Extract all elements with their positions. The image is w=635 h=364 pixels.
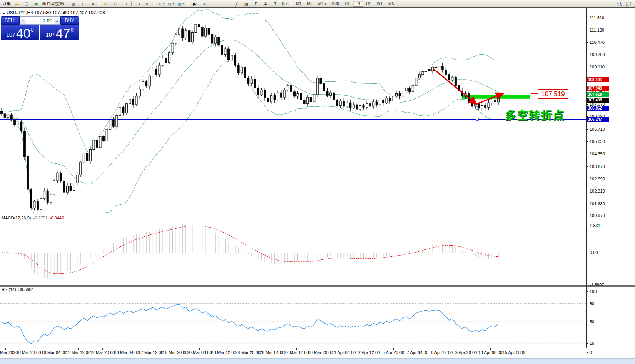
x-axis-label: 9 Apr 20:00 — [455, 350, 477, 355]
y-axis-tick-mark — [587, 204, 588, 204]
x-axis-label: 30 Mar 20:00 — [308, 350, 333, 355]
y-axis-tick-mark — [587, 191, 588, 191]
chart-symbol-title: ▲USDJPY-,H4 107.580 107.590 107.407 107.… — [2, 10, 105, 15]
x-axis-tick-mark — [30, 348, 30, 350]
x-axis-label: 26 Mar 04:00 — [260, 350, 285, 355]
rsi-tick-mark — [587, 322, 588, 322]
x-axis-label: 7 Apr 04:00 — [407, 350, 428, 355]
price-badge: 106.247 — [587, 117, 609, 122]
x-axis-tick-mark — [5, 348, 6, 350]
x-axis-label: 20 Mar 04:00 — [187, 350, 212, 355]
sell-price-big: 40 — [16, 27, 31, 39]
volume-input[interactable] — [26, 16, 54, 25]
x-axis-tick-mark — [515, 348, 515, 350]
x-axis-tick-mark — [418, 348, 418, 350]
x-axis-label: 10 Mar 04:00 — [42, 350, 67, 355]
buy-price-small: 107 — [46, 32, 55, 38]
y-axis-tick-mark — [587, 30, 588, 30]
buy-price-button[interactable]: 107470 — [40, 25, 79, 40]
volume-down-button[interactable]: ▼ — [20, 16, 26, 25]
chart-canvas[interactable] — [0, 0, 635, 364]
sell-button[interactable]: SELL — [1, 16, 20, 25]
rsi-axis-label: 100 — [590, 289, 597, 294]
x-axis-tick-mark — [272, 348, 272, 350]
rsi-label: RSI(14)39.5684 — [2, 287, 34, 292]
price-badge: 107.949 — [587, 86, 609, 91]
y-axis-tick: 103.670 — [590, 164, 605, 169]
x-axis-tick-mark — [127, 348, 127, 350]
x-axis-tick-mark — [442, 348, 442, 350]
candles — [1, 23, 500, 213]
y-axis-tick: 110.470 — [590, 40, 605, 45]
x-axis-tick-mark — [199, 348, 200, 350]
buy-price-big: 47 — [56, 27, 70, 39]
x-axis-tick-mark — [393, 348, 394, 350]
x-axis-label: 23 Mar 12:00 — [211, 350, 236, 355]
rsi-axis-label: 0 — [590, 350, 592, 355]
y-axis-tick-mark — [587, 104, 588, 105]
y-axis-tick: 100.970 — [590, 213, 605, 218]
rsi-tick-mark — [587, 304, 588, 304]
y-axis-tick-mark — [587, 55, 588, 55]
volume-up-button[interactable]: ▲ — [54, 16, 60, 25]
x-axis-tick-mark — [466, 348, 466, 350]
sell-price-button[interactable]: 107408 — [1, 25, 39, 40]
support-price-tag[interactable]: 107.519 — [538, 89, 568, 99]
x-axis-label: 27 Mar 12:00 — [284, 350, 309, 355]
toolbar-divider — [0, 8, 635, 8]
x-axis-label: 17 Mar 12:00 — [139, 350, 164, 355]
macd-signal-line — [2, 226, 498, 274]
x-axis-tick-mark — [321, 348, 321, 350]
x-axis-label: 14 Apr 00:00 — [478, 350, 502, 355]
macd-histogram — [2, 224, 498, 279]
y-axis-tick-mark — [587, 42, 588, 43]
rsi-tick-mark — [587, 291, 588, 292]
y-axis-tick-mark — [587, 216, 588, 216]
y-axis-tick: 104.350 — [590, 151, 605, 156]
x-axis-label: 24 Mar 20:00 — [236, 350, 261, 355]
status-strip — [0, 358, 635, 364]
x-axis-tick-mark — [369, 348, 369, 350]
rsi-axis-label: 50 — [590, 319, 594, 324]
macd-axis-label: -1.5997 — [590, 283, 604, 287]
y-axis-tick: 101.630 — [590, 201, 605, 206]
x-axis-label: 8 Apr 12:00 — [431, 350, 453, 355]
price-tag-connector — [531, 93, 538, 94]
price-badge: 108.401 — [587, 77, 609, 82]
buy-button[interactable]: BUY — [60, 16, 79, 25]
x-axis-label: 11 Mar 12:00 — [66, 350, 90, 355]
rsi-splitter-2 — [0, 286, 635, 287]
x-axis-label: 1 Apr 04:00 — [334, 350, 356, 355]
y-axis-tick-mark — [587, 18, 588, 18]
macd-axis-label: 0.00 — [590, 250, 598, 255]
y-axis-tick-mark — [587, 129, 588, 130]
rsi-tick-mark — [587, 343, 588, 344]
y-axis-tick-mark — [587, 179, 588, 179]
y-axis-tick-mark — [587, 67, 588, 67]
y-axis-tick-mark — [587, 141, 588, 142]
y-axis-tick: 109.110 — [590, 65, 605, 69]
y-axis-tick-mark — [587, 166, 588, 167]
x-axis-tick-mark — [490, 348, 491, 350]
x-axis-tick-mark — [102, 348, 103, 350]
rsi-splitter[interactable] — [0, 285, 635, 286]
x-axis-label: 8 Mar 23:00 — [18, 350, 41, 355]
y-axis-tick: 109.790 — [590, 52, 605, 57]
x-axis-label: Mar 2020 — [0, 350, 18, 355]
x-axis-label: 2 Apr 12:00 — [358, 350, 380, 355]
price-axis-line — [586, 8, 587, 348]
macd-label: MACD(12,26,9)-0.2751-0.3440 — [2, 216, 64, 220]
y-axis-tick-mark — [587, 154, 588, 154]
macd-tick-mark — [587, 253, 588, 253]
price-badge: 107.519 — [587, 92, 609, 97]
rsi-levels — [0, 304, 586, 343]
macd-splitter[interactable] — [0, 214, 635, 214]
macd-axis-label: 1.331 — [590, 223, 600, 228]
y-axis-tick: 105.030 — [590, 139, 605, 144]
x-axis-tick-mark — [345, 348, 345, 350]
x-axis-tick-mark — [248, 348, 248, 350]
turning-point-annotation[interactable]: 多空转折点 — [505, 108, 565, 123]
price-badge: 106.862 — [587, 106, 609, 111]
rsi-axis-label: 80 — [590, 301, 594, 306]
x-axis-tick-mark — [54, 348, 54, 350]
